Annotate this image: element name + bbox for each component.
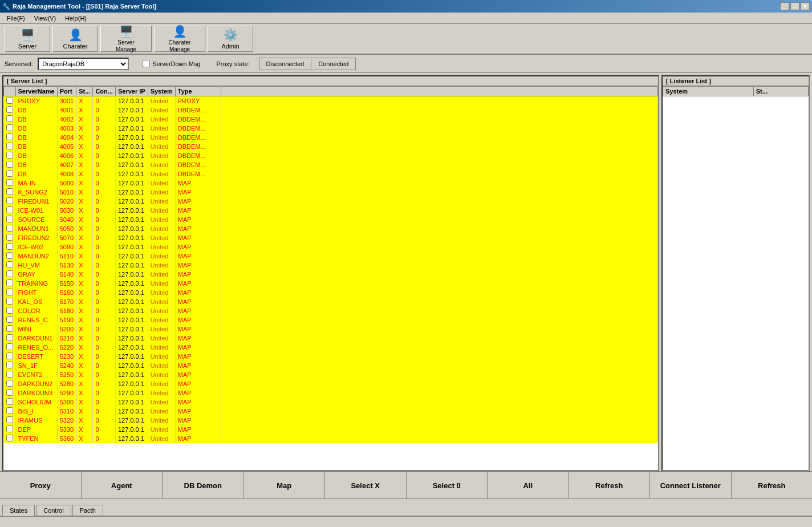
table-row[interactable]: IRAMUS5320X0127.0.0.1UnitedMAP	[4, 416, 658, 425]
listener-col-system[interactable]: System	[663, 87, 754, 96]
row-checkbox[interactable]	[6, 252, 13, 259]
table-row[interactable]: ICE-W025090X0127.0.0.1UnitedMAP	[4, 242, 658, 252]
refresh-listener-button[interactable]: Refresh	[732, 472, 813, 498]
table-row[interactable]: TRAINING5150X0127.0.0.1UnitedMAP	[4, 279, 658, 288]
row-checkbox[interactable]	[6, 115, 13, 122]
table-row[interactable]: FIGHT5160X0127.0.0.1UnitedMAP	[4, 288, 658, 297]
row-checkbox[interactable]	[6, 371, 13, 378]
table-row[interactable]: KAL_OS5170X0127.0.0.1UnitedMAP	[4, 297, 658, 306]
col-servername[interactable]: ServerName	[15, 87, 57, 96]
row-checkbox[interactable]	[6, 298, 13, 305]
listener-scroll[interactable]: System St...	[663, 86, 809, 470]
row-checkbox[interactable]	[6, 334, 13, 341]
table-row[interactable]: DB4007X0127.0.0.1UnitedDBDEM...	[4, 160, 658, 169]
row-checkbox[interactable]	[6, 307, 13, 314]
row-checkbox[interactable]	[6, 188, 13, 195]
table-row[interactable]: DB4003X0127.0.0.1UnitedDBDEM...	[4, 124, 658, 133]
table-row[interactable]: DARKDUN25280X0127.0.0.1UnitedMAP	[4, 379, 658, 388]
table-row[interactable]: MANDUN25110X0127.0.0.1UnitedMAP	[4, 252, 658, 261]
serverdown-checkbox[interactable]	[143, 60, 150, 67]
table-row[interactable]: DB4001X0127.0.0.1UnitedDBDEM...	[4, 106, 658, 115]
table-row[interactable]: PROXY3001X0127.0.0.1UnitedPROXY	[4, 96, 658, 106]
col-st[interactable]: St...	[76, 87, 93, 96]
minimize-button[interactable]: _	[780, 2, 789, 10]
row-checkbox[interactable]	[6, 416, 13, 423]
table-row[interactable]: K_SUNG25010X0127.0.0.1UnitedMAP	[4, 188, 658, 197]
table-row[interactable]: SN_1F5240X0127.0.0.1UnitedMAP	[4, 361, 658, 370]
table-row[interactable]: SCHOLIUM5300X0127.0.0.1UnitedMAP	[4, 398, 658, 407]
row-checkbox[interactable]	[6, 170, 13, 177]
listener-col-st[interactable]: St...	[753, 87, 808, 96]
table-row[interactable]: TYFEN5360X0127.0.0.1UnitedMAP	[4, 434, 658, 443]
table-row[interactable]: DEP5330X0127.0.0.1UnitedMAP	[4, 425, 658, 434]
row-checkbox[interactable]	[6, 243, 13, 250]
row-checkbox[interactable]	[6, 152, 13, 159]
row-checkbox[interactable]	[6, 407, 13, 414]
table-row[interactable]: SOURCE5040X0127.0.0.1UnitedMAP	[4, 215, 658, 224]
row-checkbox[interactable]	[6, 143, 13, 149]
row-checkbox[interactable]	[6, 179, 13, 186]
toolbar-server-manage-button[interactable]: 🖥️ ServerManage	[100, 26, 152, 52]
tab-control[interactable]: Control	[36, 505, 71, 516]
row-checkbox[interactable]	[6, 425, 13, 432]
toolbar-charater-manage-button[interactable]: 👤 CharaterManage	[154, 26, 205, 52]
table-row[interactable]: RENES_C5190X0127.0.0.1UnitedMAP	[4, 315, 658, 325]
close-button[interactable]: ✕	[801, 2, 810, 10]
col-system[interactable]: System	[148, 87, 175, 96]
table-row[interactable]: RENES_O...5220X0127.0.0.1UnitedMAP	[4, 343, 658, 352]
connect-listener-button[interactable]: Connect Listener	[650, 472, 732, 498]
row-checkbox[interactable]	[6, 225, 13, 232]
row-checkbox[interactable]	[6, 97, 13, 104]
col-port[interactable]: Port	[57, 87, 76, 96]
title-bar-controls[interactable]: _ □ ✕	[780, 2, 810, 10]
proxy-button[interactable]: Proxy	[0, 472, 82, 498]
table-row[interactable]: DB4005X0127.0.0.1UnitedDBDEM...	[4, 142, 658, 151]
table-row[interactable]: FIREDUN25070X0127.0.0.1UnitedMAP	[4, 233, 658, 242]
row-checkbox[interactable]	[6, 234, 13, 241]
connected-button[interactable]: Connected	[311, 58, 356, 70]
refresh-main-button[interactable]: Refresh	[569, 472, 651, 498]
row-checkbox[interactable]	[6, 316, 13, 323]
row-checkbox[interactable]	[6, 124, 13, 131]
col-con[interactable]: Con...	[93, 87, 116, 96]
row-checkbox[interactable]	[6, 216, 13, 222]
table-row[interactable]: MANDUN15050X0127.0.0.1UnitedMAP	[4, 224, 658, 233]
serverset-select[interactable]: DragonRajaDB	[38, 58, 129, 70]
map-button[interactable]: Map	[244, 472, 326, 498]
server-list-scroll[interactable]: ServerName Port St... Con... Server IP S…	[3, 86, 658, 470]
select-x-button[interactable]: Select X	[325, 472, 407, 498]
table-row[interactable]: DB4002X0127.0.0.1UnitedDBDEM...	[4, 115, 658, 124]
row-checkbox[interactable]	[6, 279, 13, 286]
row-checkbox[interactable]	[6, 325, 13, 332]
col-serverip[interactable]: Server IP	[115, 87, 148, 96]
table-row[interactable]: DB4008X0127.0.0.1UnitedDBDEM...	[4, 169, 658, 179]
all-button[interactable]: All	[488, 472, 569, 498]
table-row[interactable]: FIREDUN15020X0127.0.0.1UnitedMAP	[4, 197, 658, 206]
table-row[interactable]: ICE-W015030X0127.0.0.1UnitedMAP	[4, 206, 658, 215]
row-checkbox[interactable]	[6, 343, 13, 350]
row-checkbox[interactable]	[6, 352, 13, 359]
table-row[interactable]: DESERT5230X0127.0.0.1UnitedMAP	[4, 352, 658, 361]
agent-button[interactable]: Agent	[82, 472, 163, 498]
select-0-button[interactable]: Select 0	[407, 472, 488, 498]
menu-file[interactable]: File(F)	[2, 14, 30, 23]
serverdown-checkbox-label[interactable]: ServerDown Msg	[143, 60, 200, 67]
row-checkbox[interactable]	[6, 398, 13, 405]
table-row[interactable]: DARKDUN15210X0127.0.0.1UnitedMAP	[4, 334, 658, 343]
disconnected-button[interactable]: Disconnected	[259, 58, 311, 70]
row-checkbox[interactable]	[6, 435, 13, 441]
table-row[interactable]: BIS_I5310X0127.0.0.1UnitedMAP	[4, 407, 658, 416]
menu-help[interactable]: Help(H)	[60, 14, 91, 23]
db-demon-button[interactable]: DB Demon	[163, 472, 244, 498]
table-row[interactable]: MINI5200X0127.0.0.1UnitedMAP	[4, 325, 658, 334]
row-checkbox[interactable]	[6, 362, 13, 368]
row-checkbox[interactable]	[6, 380, 13, 387]
row-checkbox[interactable]	[6, 161, 13, 168]
row-checkbox[interactable]	[6, 197, 13, 204]
row-checkbox[interactable]	[6, 389, 13, 396]
row-checkbox[interactable]	[6, 133, 13, 140]
toolbar-server-button[interactable]: 🖥️ Server	[5, 26, 50, 52]
tab-states[interactable]: States	[2, 505, 35, 516]
tab-pacth[interactable]: Pacth	[72, 505, 103, 516]
row-checkbox[interactable]	[6, 289, 13, 295]
